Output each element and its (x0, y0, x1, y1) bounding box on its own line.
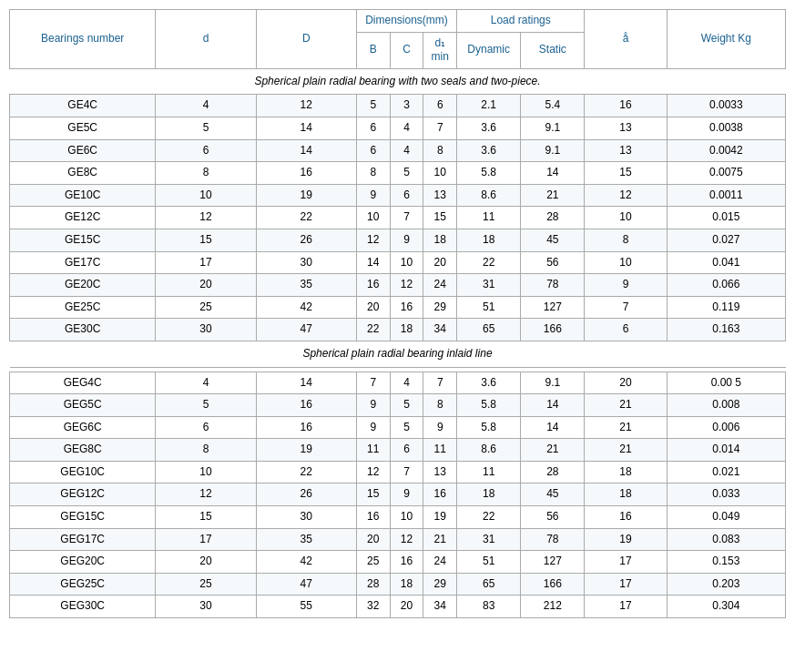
table-row: GE30C30472218346516660.163 (10, 319, 786, 341)
cell-s2-0-6: 3.6 (457, 372, 521, 394)
cell-s1-2-5: 8 (423, 139, 457, 162)
cell-s2-4-3: 12 (356, 461, 390, 484)
cell-s1-5-4: 7 (390, 207, 423, 229)
header-group-row: Bearings number d D Dimensions(mm) Load … (10, 10, 786, 33)
cell-s1-0-7: 5.4 (521, 95, 585, 117)
cell-s1-7-1: 17 (156, 251, 256, 274)
cell-s1-10-5: 34 (423, 319, 457, 341)
cell-s2-8-6: 51 (457, 551, 521, 574)
cell-s1-1-8: 13 (585, 117, 667, 139)
cell-s1-1-9: 0.0038 (667, 117, 785, 139)
cell-s1-7-3: 14 (356, 251, 390, 274)
cell-s2-2-5: 9 (423, 416, 457, 439)
cell-s2-4-1: 10 (156, 461, 256, 484)
cell-s2-9-9: 0.203 (667, 573, 785, 596)
cell-s1-10-0: GE30C (10, 319, 156, 341)
table-row: GE25C25422016295112770.119 (10, 296, 786, 319)
table-row: GEG12C1226159161845180.033 (10, 484, 786, 506)
cell-s2-7-4: 12 (390, 528, 423, 551)
header-dynamic: Dynamic (457, 32, 521, 68)
cell-s1-6-4: 9 (390, 229, 423, 251)
cell-s1-6-6: 18 (457, 229, 521, 251)
cell-s2-6-9: 0.049 (667, 506, 785, 529)
table-row: GEG15C15301610192256160.049 (10, 506, 786, 529)
cell-s1-5-7: 28 (521, 207, 585, 229)
cell-s1-1-4: 4 (390, 117, 423, 139)
cell-s2-6-4: 10 (390, 506, 423, 529)
cell-s1-6-7: 45 (521, 229, 585, 251)
cell-s2-2-6: 5.8 (457, 416, 521, 439)
cell-s2-3-0: GEG8C (10, 439, 156, 462)
header-a: å (585, 10, 667, 69)
section1-title: Spherical plain radial bearing with two … (10, 68, 786, 95)
cell-s1-8-6: 31 (457, 274, 521, 297)
cell-s1-2-2: 14 (256, 139, 356, 162)
cell-s2-0-4: 4 (390, 372, 423, 394)
cell-s1-3-1: 8 (156, 162, 256, 185)
cell-s1-7-9: 0.041 (667, 251, 785, 274)
cell-s1-5-9: 0.015 (667, 207, 785, 229)
cell-s2-0-5: 7 (423, 372, 457, 394)
cell-s2-10-1: 30 (156, 596, 256, 618)
cell-s1-0-6: 2.1 (457, 95, 521, 117)
cell-s1-4-5: 13 (423, 184, 457, 207)
cell-s2-5-4: 9 (390, 484, 423, 506)
cell-s2-8-0: GEG20C (10, 551, 156, 574)
cell-s1-2-9: 0.0042 (667, 139, 785, 162)
cell-s2-4-6: 11 (457, 461, 521, 484)
cell-s2-7-2: 35 (256, 528, 356, 551)
cell-s2-2-2: 16 (256, 416, 356, 439)
cell-s1-5-1: 12 (156, 207, 256, 229)
cell-s1-4-1: 10 (156, 184, 256, 207)
cell-s1-3-5: 10 (423, 162, 457, 185)
cell-s1-4-3: 9 (356, 184, 390, 207)
cell-s1-0-5: 6 (423, 95, 457, 117)
cell-s2-9-5: 29 (423, 573, 457, 596)
cell-s2-1-0: GEG5C (10, 394, 156, 417)
cell-s2-2-7: 14 (521, 416, 585, 439)
cell-s1-4-8: 12 (585, 184, 667, 207)
cell-s2-5-3: 15 (356, 484, 390, 506)
cell-s2-7-3: 20 (356, 528, 390, 551)
table-row: GEG5C5169585.814210.008 (10, 394, 786, 417)
cell-s2-2-9: 0.006 (667, 416, 785, 439)
cell-s2-8-5: 24 (423, 551, 457, 574)
cell-s2-2-8: 21 (585, 416, 667, 439)
table-row: GEG25C254728182965166170.203 (10, 573, 786, 596)
cell-s2-0-0: GEG4C (10, 372, 156, 394)
cell-s1-1-7: 9.1 (521, 117, 585, 139)
cell-s1-7-0: GE17C (10, 251, 156, 274)
cell-s1-9-3: 20 (356, 296, 390, 319)
cell-s1-2-1: 6 (156, 139, 256, 162)
cell-s2-3-7: 21 (521, 439, 585, 462)
cell-s2-10-9: 0.304 (667, 596, 785, 618)
cell-s2-4-9: 0.021 (667, 461, 785, 484)
cell-s1-0-9: 0.0033 (667, 95, 785, 117)
cell-s1-3-0: GE8C (10, 162, 156, 185)
cell-s2-1-6: 5.8 (457, 394, 521, 417)
cell-s2-6-2: 30 (256, 506, 356, 529)
cell-s1-2-3: 6 (356, 139, 390, 162)
cell-s2-9-4: 18 (390, 573, 423, 596)
table-row: GEG30C305532203483212170.304 (10, 596, 786, 618)
table-row: GE12C1222107151128100.015 (10, 207, 786, 229)
cell-s2-1-4: 5 (390, 394, 423, 417)
cell-s2-6-1: 15 (156, 506, 256, 529)
cell-s1-3-3: 8 (356, 162, 390, 185)
cell-s1-8-4: 12 (390, 274, 423, 297)
cell-s2-8-3: 25 (356, 551, 390, 574)
cell-s2-10-0: GEG30C (10, 596, 156, 618)
cell-s2-5-0: GEG12C (10, 484, 156, 506)
cell-s2-5-5: 16 (423, 484, 457, 506)
cell-s2-8-1: 20 (156, 551, 256, 574)
cell-s2-10-7: 212 (521, 596, 585, 618)
cell-s2-1-5: 8 (423, 394, 457, 417)
header-bearing-number: Bearings number (10, 10, 156, 69)
table-row: GE8C81685105.814150.0075 (10, 162, 786, 185)
cell-s1-8-5: 24 (423, 274, 457, 297)
cell-s2-7-0: GEG17C (10, 528, 156, 551)
cell-s2-3-3: 11 (356, 439, 390, 462)
cell-s1-3-7: 14 (521, 162, 585, 185)
cell-s1-9-6: 51 (457, 296, 521, 319)
cell-s1-7-8: 10 (585, 251, 667, 274)
